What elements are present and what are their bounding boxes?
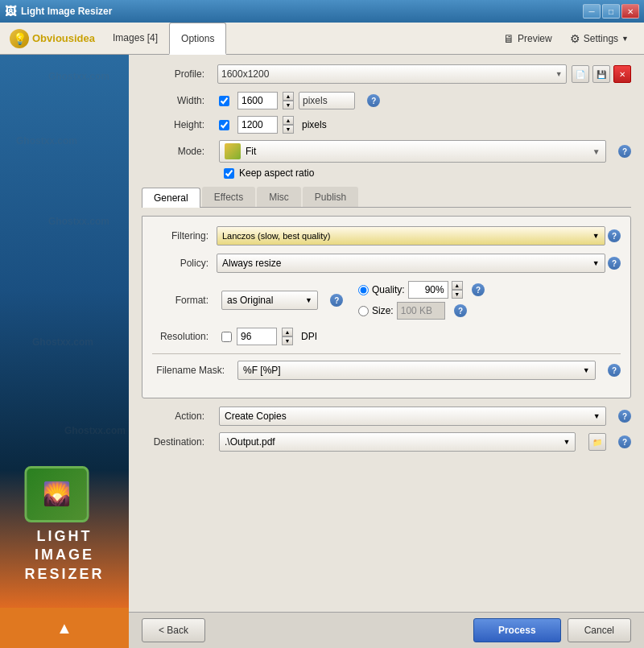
filename-mask-dropdown[interactable]: %F [%P] ▼ bbox=[237, 361, 596, 380]
format-dropdown[interactable]: as Original ▼ bbox=[221, 291, 318, 310]
cancel-button[interactable]: Cancel bbox=[568, 618, 631, 642]
quality-spinners: ▲ ▼ bbox=[452, 281, 463, 299]
main-layout: Ghostxx.com Ghostxx.com Ghostxx.com Ghos… bbox=[0, 55, 644, 648]
save-profile-button[interactable]: 💾 bbox=[592, 65, 610, 83]
resolution-input[interactable]: 96 bbox=[237, 328, 277, 345]
destination-dropdown[interactable]: .\Output.pdf ▼ bbox=[219, 432, 576, 452]
title-bar-left: 🖼 Light Image Resizer bbox=[5, 5, 112, 18]
format-arrow-icon: ▼ bbox=[305, 296, 312, 304]
minimize-button[interactable]: ─ bbox=[583, 4, 601, 19]
action-dropdown[interactable]: Create Copies ▼ bbox=[219, 407, 606, 426]
quality-row: Quality: 90% ▲ ▼ ? bbox=[358, 281, 485, 299]
destination-help-icon[interactable]: ? bbox=[618, 435, 631, 448]
quality-input[interactable]: 90% bbox=[408, 281, 448, 299]
height-checkbox[interactable] bbox=[219, 120, 229, 130]
width-input[interactable]: 1600 bbox=[237, 92, 278, 109]
size-row: Size: 100 KB ? bbox=[358, 302, 485, 320]
action-help-icon[interactable]: ? bbox=[618, 410, 631, 423]
size-help-icon[interactable]: ? bbox=[454, 304, 467, 317]
logo-text: Obviousidea bbox=[32, 32, 95, 44]
filtering-arrow-icon: ▼ bbox=[592, 232, 600, 240]
resolution-unit-label: DPI bbox=[298, 331, 317, 342]
keep-aspect-label: Keep aspect ratio bbox=[239, 167, 314, 179]
resolution-down-button[interactable]: ▼ bbox=[282, 336, 293, 345]
tab-publish[interactable]: Publish bbox=[303, 187, 358, 207]
filename-mask-label: Filename Mask: bbox=[152, 365, 233, 376]
watermark-2: Ghostxx.com bbox=[16, 135, 77, 147]
filename-mask-help-icon[interactable]: ? bbox=[608, 364, 621, 377]
height-label: Height: bbox=[142, 119, 214, 130]
mode-help-icon[interactable]: ? bbox=[618, 145, 631, 158]
tab-effects[interactable]: Effects bbox=[202, 187, 255, 207]
destination-browse-button[interactable]: 📁 bbox=[588, 433, 606, 451]
process-button[interactable]: Process bbox=[473, 618, 561, 642]
quality-down-button[interactable]: ▼ bbox=[452, 290, 463, 299]
filtering-label: Filtering: bbox=[152, 230, 217, 241]
quality-radio[interactable] bbox=[358, 285, 369, 295]
settings-icon: ⚙ bbox=[570, 32, 580, 45]
settings-button[interactable]: ⚙ Settings ▼ bbox=[564, 29, 634, 48]
height-input[interactable]: 1200 bbox=[237, 116, 278, 134]
resolution-checkbox[interactable] bbox=[221, 332, 232, 342]
keep-aspect-row: Keep aspect ratio bbox=[142, 167, 631, 179]
width-unit-select[interactable]: pixels percent cm inches bbox=[299, 92, 355, 109]
bottom-bar: < Back Process Cancel bbox=[129, 612, 644, 648]
quality-label: Quality: bbox=[372, 284, 405, 295]
title-bar: 🖼 Light Image Resizer ─ □ ✕ bbox=[0, 0, 644, 23]
mode-value: Fit bbox=[246, 146, 256, 157]
profile-select[interactable]: 1600x1200 bbox=[217, 64, 567, 84]
mode-dropdown[interactable]: Fit ▼ bbox=[219, 140, 606, 163]
destination-label: Destination: bbox=[142, 436, 214, 448]
height-unit-label: pixels bbox=[299, 119, 327, 130]
logo-icon: 💡 bbox=[10, 29, 29, 48]
watermark-3: Ghostxx.com bbox=[48, 216, 109, 227]
sidebar-bottom: ▲ bbox=[0, 608, 129, 648]
preview-button[interactable]: 🖥 Preview bbox=[497, 29, 558, 48]
format-value: as Original bbox=[227, 295, 273, 306]
watermark-4: Ghostxx.com bbox=[32, 336, 93, 348]
filename-mask-arrow-icon: ▼ bbox=[583, 366, 590, 374]
format-label: Format: bbox=[152, 295, 217, 306]
close-button[interactable]: ✕ bbox=[621, 4, 639, 19]
resolution-up-button[interactable]: ▲ bbox=[282, 328, 293, 336]
width-label: Width: bbox=[142, 95, 214, 106]
delete-profile-button[interactable]: ✕ bbox=[613, 65, 631, 83]
policy-row: Policy: Always resize ▼ ? bbox=[152, 254, 621, 273]
options-content: Profile: 1600x1200 ▼ 📄 💾 ✕ Width: 1600 ▲… bbox=[129, 55, 644, 612]
tab-images[interactable]: Images [4] bbox=[101, 23, 169, 54]
menu-bar: 💡 Obviousidea Images [4] Options 🖥 Previ… bbox=[0, 23, 644, 55]
profile-row: Profile: 1600x1200 ▼ 📄 💾 ✕ bbox=[142, 64, 631, 84]
back-button[interactable]: < Back bbox=[142, 618, 205, 642]
action-arrow-icon: ▼ bbox=[593, 412, 601, 420]
new-profile-button[interactable]: 📄 bbox=[572, 65, 589, 83]
policy-help-icon[interactable]: ? bbox=[608, 257, 621, 270]
action-label: Action: bbox=[142, 411, 214, 422]
resolution-row: Resolution: 96 ▲ ▼ DPI bbox=[152, 328, 621, 345]
width-help-icon[interactable]: ? bbox=[367, 94, 380, 107]
policy-dropdown[interactable]: Always resize ▼ bbox=[217, 254, 605, 273]
filtering-help-icon[interactable]: ? bbox=[608, 229, 621, 242]
filename-mask-row: Filename Mask: %F [%P] ▼ ? bbox=[152, 361, 621, 380]
width-down-button[interactable]: ▼ bbox=[283, 101, 294, 109]
app-icon: 🖼 bbox=[5, 5, 16, 18]
size-radio[interactable] bbox=[358, 306, 369, 316]
keep-aspect-checkbox[interactable] bbox=[224, 168, 234, 179]
tab-general[interactable]: General bbox=[142, 188, 200, 208]
watermark-5: Ghostxx.com bbox=[64, 425, 126, 436]
logo-image-icon: 🌄 bbox=[43, 481, 71, 507]
quality-help-icon[interactable]: ? bbox=[472, 283, 485, 296]
sidebar-logo: 🌄 LIGHT IMAGE RESIZER bbox=[24, 466, 104, 584]
tab-misc[interactable]: Misc bbox=[257, 187, 301, 207]
tab-options[interactable]: Options bbox=[169, 23, 226, 55]
maximize-button[interactable]: □ bbox=[602, 4, 620, 19]
width-checkbox[interactable] bbox=[219, 96, 229, 106]
resolution-spinners: ▲ ▼ bbox=[282, 328, 293, 345]
quality-up-button[interactable]: ▲ bbox=[452, 281, 463, 290]
filtering-dropdown[interactable]: Lanczos (slow, best quality) ▼ bbox=[217, 226, 605, 246]
format-help-icon[interactable]: ? bbox=[330, 294, 343, 307]
height-down-button[interactable]: ▼ bbox=[283, 125, 294, 134]
size-input[interactable]: 100 KB bbox=[397, 302, 445, 320]
height-spinners: ▲ ▼ bbox=[283, 116, 294, 134]
width-up-button[interactable]: ▲ bbox=[283, 92, 294, 101]
height-up-button[interactable]: ▲ bbox=[283, 116, 294, 125]
